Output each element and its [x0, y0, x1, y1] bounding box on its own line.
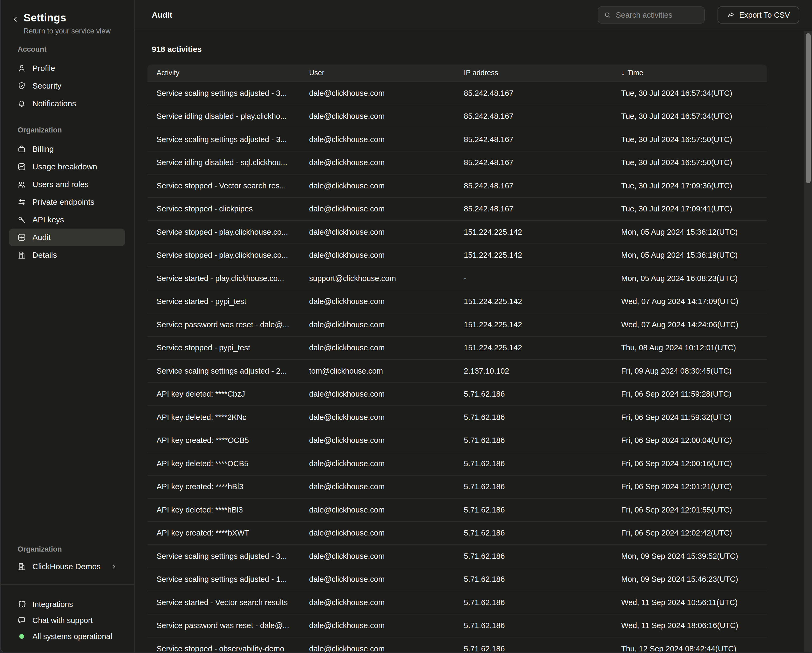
wallet-icon: [17, 144, 26, 154]
sidebar-item-usage-breakdown[interactable]: Usage breakdown: [9, 158, 125, 175]
cell-ip: 85.242.48.167: [455, 151, 612, 174]
organization-nav: Billing Usage breakdown Users and roles …: [0, 140, 134, 264]
cell-user: dale@clickhouse.com: [300, 452, 455, 475]
sidebar-item-label: Users and roles: [32, 180, 89, 189]
cell-activity: Service password was reset - dale@...: [148, 313, 300, 336]
sidebar-item-security[interactable]: Security: [9, 77, 125, 95]
sidebar-item-label: Audit: [32, 233, 50, 242]
cell-user: dale@clickhouse.com: [300, 429, 455, 452]
cell-ip: 5.71.62.186: [455, 429, 612, 452]
search-input[interactable]: [615, 11, 699, 20]
cell-user: dale@clickhouse.com: [300, 383, 455, 406]
return-to-service-link[interactable]: Return to your service view: [24, 27, 111, 35]
sidebar-divider: [0, 584, 134, 585]
cell-ip: 151.224.225.142: [455, 244, 612, 267]
export-csv-label: Export To CSV: [739, 11, 790, 20]
chart-icon: [17, 162, 26, 172]
sidebar-item-private-endpoints[interactable]: Private endpoints: [9, 193, 125, 211]
cell-activity: API key deleted: ****CbzJ: [148, 383, 300, 406]
back-button[interactable]: [12, 15, 19, 23]
cell-ip: 2.137.10.102: [455, 359, 612, 383]
table-header-row: Activity User IP address ↓Time: [148, 64, 767, 82]
sidebar-item-users-and-roles[interactable]: Users and roles: [9, 175, 125, 193]
shield-check-icon: [17, 81, 26, 91]
cell-time: Fri, 09 Aug 2024 08:30:45(UTC): [612, 359, 767, 383]
table-row: API key deleted: ****CbzJdale@clickhouse…: [148, 383, 767, 406]
swap-arrows-icon: [17, 197, 26, 207]
sidebar-item-label: API keys: [32, 215, 64, 224]
sidebar-item-details[interactable]: Details: [9, 246, 125, 264]
cell-ip: -: [455, 267, 612, 290]
system-status-link[interactable]: All systems operational: [9, 629, 125, 644]
sidebar-item-api-keys[interactable]: API keys: [9, 211, 125, 229]
cell-ip: 151.224.225.142: [455, 290, 612, 313]
table-row: Service scaling settings adjusted - 1...…: [148, 568, 767, 591]
column-header-activity: Activity: [148, 64, 300, 82]
page-title: Audit: [152, 11, 172, 20]
cell-user: dale@clickhouse.com: [300, 174, 455, 197]
puzzle-icon: [17, 600, 26, 609]
cell-ip: 5.71.62.186: [455, 475, 612, 499]
cell-activity: Service scaling settings adjusted - 3...: [148, 82, 300, 105]
cell-user: dale@clickhouse.com: [300, 406, 455, 429]
cell-time: Fri, 06 Sep 2024 12:02:42(UTC): [612, 522, 767, 545]
cell-user: dale@clickhouse.com: [300, 475, 455, 499]
sidebar-item-billing[interactable]: Billing: [9, 140, 125, 158]
cell-ip: 151.224.225.142: [455, 336, 612, 360]
cell-ip: 85.242.48.167: [455, 174, 612, 197]
cell-activity: Service started - play.clickhouse.co...: [148, 267, 300, 290]
cell-activity: Service stopped - observability-demo: [148, 637, 300, 652]
column-header-time[interactable]: ↓Time: [612, 64, 767, 82]
settings-sidebar: Settings Return to your service view Acc…: [0, 0, 134, 652]
topbar: Audit Export To CSV: [134, 0, 812, 30]
cell-activity: Service stopped - Vector search res...: [148, 174, 300, 197]
cell-ip: 5.71.62.186: [455, 614, 612, 638]
sidebar-item-label: Details: [32, 250, 57, 259]
table-row: API key deleted: ****OCB5dale@clickhouse…: [148, 452, 767, 475]
cell-activity: API key deleted: ****OCB5: [148, 452, 300, 475]
sidebar-item-label: Usage breakdown: [32, 162, 97, 171]
org-switcher[interactable]: ClickHouse Demos: [9, 558, 125, 575]
cell-activity: Service password was reset - dale@...: [148, 614, 300, 638]
cell-ip: 5.71.62.186: [455, 452, 612, 475]
cell-activity: Service started - Vector search results: [148, 591, 300, 614]
sidebar-item-chat-support[interactable]: Chat with support: [9, 612, 125, 629]
cell-user: dale@clickhouse.com: [300, 82, 455, 105]
cell-ip: 151.224.225.142: [455, 313, 612, 336]
cell-ip: 5.71.62.186: [455, 498, 612, 522]
activity-icon: [17, 233, 26, 242]
cell-user: dale@clickhouse.com: [300, 498, 455, 522]
table-row: Service password was reset - dale@...dal…: [148, 313, 767, 336]
table-body: Service scaling settings adjusted - 3...…: [148, 82, 767, 652]
sidebar-item-profile[interactable]: Profile: [9, 60, 125, 77]
users-icon: [17, 180, 26, 189]
cell-time: Tue, 30 Jul 2024 16:57:34(UTC): [612, 82, 767, 105]
cell-time: Tue, 30 Jul 2024 16:57:34(UTC): [612, 105, 767, 128]
sidebar-item-audit[interactable]: Audit: [9, 229, 125, 246]
sidebar-item-label: Billing: [32, 145, 54, 154]
sidebar-item-integrations[interactable]: Integrations: [9, 596, 125, 612]
table-row: Service scaling settings adjusted - 3...…: [148, 82, 767, 105]
cell-activity: Service stopped - clickpipes: [148, 197, 300, 221]
sidebar-item-label: Chat with support: [32, 616, 93, 625]
cell-user: dale@clickhouse.com: [300, 591, 455, 614]
sidebar-item-notifications[interactable]: Notifications: [9, 95, 125, 112]
table-row: Service started - play.clickhouse.co...s…: [148, 267, 767, 290]
table-row: Service stopped - observability-demodale…: [148, 637, 767, 652]
table-row: Service stopped - clickpipesdale@clickho…: [148, 197, 767, 221]
table-row: Service password was reset - dale@...dal…: [148, 614, 767, 638]
cell-activity: Service scaling settings adjusted - 3...: [148, 545, 300, 568]
cell-ip: 5.71.62.186: [455, 406, 612, 429]
scrollbar-track[interactable]: [804, 31, 812, 652]
table-row: Service scaling settings adjusted - 2...…: [148, 359, 767, 383]
search-box: [598, 6, 705, 24]
sidebar-item-label: Profile: [32, 64, 55, 73]
table-row: Service idling disabled - sql.clickhou..…: [148, 151, 767, 174]
cell-ip: 5.71.62.186: [455, 591, 612, 614]
cell-user: dale@clickhouse.com: [300, 313, 455, 336]
export-csv-button[interactable]: Export To CSV: [717, 6, 799, 24]
cell-user: dale@clickhouse.com: [300, 545, 455, 568]
scrollbar-thumb[interactable]: [806, 33, 810, 183]
sort-descending-icon: ↓: [621, 69, 625, 77]
status-dot-icon: [17, 632, 26, 641]
